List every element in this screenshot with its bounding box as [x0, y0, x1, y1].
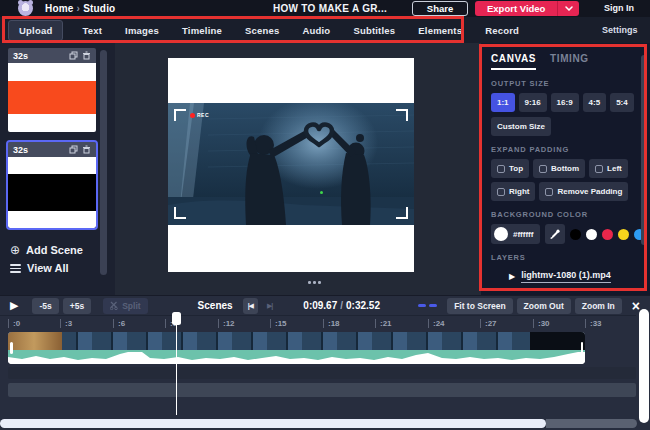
zoom-out-button[interactable]: Zoom Out [517, 298, 571, 314]
tab-images[interactable]: Images [125, 25, 159, 36]
tab-upload[interactable]: Upload [8, 20, 63, 41]
trash-icon[interactable] [82, 51, 91, 60]
tab-canvas[interactable]: CANVAS [491, 53, 536, 70]
selection-corner-icon[interactable] [174, 207, 186, 219]
scene-card-header: 32s [8, 142, 96, 157]
swatch-yellow[interactable] [618, 229, 629, 240]
clip-trim-handle-left[interactable] [10, 342, 13, 354]
duplicate-icon[interactable] [69, 51, 78, 60]
scene-card-header: 32s [8, 48, 96, 63]
color-value-pill[interactable]: #ffffff [491, 224, 540, 244]
swatch-white[interactable] [586, 229, 597, 240]
playhead[interactable] [172, 312, 181, 422]
app-logo-avatar[interactable] [18, 1, 33, 16]
export-dropdown-caret[interactable] [557, 1, 579, 16]
selection-corner-icon[interactable] [174, 109, 186, 121]
timeline-track-3[interactable] [8, 383, 636, 397]
ruler-tick: :27 [480, 319, 497, 328]
selection-corner-icon[interactable] [396, 207, 408, 219]
h-scrollbar-thumb[interactable] [0, 419, 546, 428]
tab-audio[interactable]: Audio [302, 25, 330, 36]
tab-subtitles[interactable]: Subtitles [353, 25, 395, 36]
preview-canvas[interactable]: REC [168, 58, 414, 272]
pad-left-label: Left [607, 164, 622, 173]
swatch-black[interactable] [570, 229, 581, 240]
checkbox-icon [595, 165, 603, 173]
playhead-line [176, 324, 178, 415]
scene-thumb-stripe [8, 63, 96, 81]
scenes-scrollbar[interactable] [100, 50, 107, 275]
play-button[interactable]: ▶ [10, 300, 18, 311]
scene-thumb-stripe [8, 81, 96, 114]
custom-size-button[interactable]: Custom Size [491, 117, 551, 136]
eyedropper-button[interactable] [545, 224, 565, 244]
video-clip[interactable] [8, 332, 585, 364]
timeline-ruler[interactable]: :0 :3 :6 :9 :12 :15 :18 :21 :24 :27 :30 … [0, 315, 636, 330]
tab-text[interactable]: Text [82, 25, 102, 36]
timeline-horizontal-scrollbar[interactable] [0, 419, 637, 428]
rewind-5s-button[interactable]: -5s [32, 298, 58, 314]
tab-timeline[interactable]: Timeline [182, 25, 222, 36]
pad-bottom-checkbox[interactable]: Bottom [533, 159, 585, 178]
ratio-9-16-button[interactable]: 9:16 [519, 93, 547, 112]
timeline-section: ▶ -5s +5s Split Scenes |◀ ▶| 0:09.67/0:3… [0, 295, 650, 430]
remove-padding-checkbox[interactable]: Remove Padding [539, 182, 628, 201]
timeline-track-2[interactable] [8, 367, 636, 379]
skip-next-button[interactable]: ▶| [262, 298, 277, 314]
timeline-vertical-scrollbar[interactable] [639, 309, 649, 423]
ruler-tick: :6 [113, 319, 125, 328]
skip-previous-button[interactable]: |◀ [243, 298, 258, 314]
canvas-padding-bottom[interactable] [168, 225, 414, 272]
ratio-1-1-button[interactable]: 1:1 [491, 93, 515, 112]
project-title[interactable]: HOW TO MAKE A GR... [230, 3, 430, 14]
export-video-button[interactable]: Export Video [475, 1, 579, 16]
export-video-label[interactable]: Export Video [475, 1, 557, 16]
pad-top-checkbox[interactable]: Top [491, 159, 529, 178]
tab-elements[interactable]: Elements [418, 25, 462, 36]
panel-resize-handle[interactable] [308, 281, 321, 284]
scene-card-1[interactable]: 32s [8, 48, 96, 132]
ratio-16-9-button[interactable]: 16:9 [551, 93, 579, 112]
sign-in-link[interactable]: Sign In [604, 3, 634, 13]
breadcrumb[interactable]: Home›Studio [45, 3, 115, 14]
layer-item[interactable]: ▶ lightmv-1080 (1).mp4 [509, 270, 650, 283]
pad-left-checkbox[interactable]: Left [589, 159, 628, 178]
flashlight-led-dot [320, 191, 323, 194]
tab-record[interactable]: Record [485, 25, 519, 36]
scene-thumb-stripe [8, 157, 96, 174]
add-scene-label: Add Scene [26, 244, 83, 256]
scenes-mode-label[interactable]: Scenes [198, 300, 233, 311]
panel-scrollbar[interactable] [641, 55, 647, 245]
ruler-tick: :18 [323, 319, 340, 328]
scene-thumb-stripe [8, 174, 96, 211]
video-preview[interactable]: REC [168, 103, 414, 225]
current-time: 0:09.67 [303, 300, 337, 311]
canvas-padding-top[interactable] [168, 58, 414, 103]
h-scrollbar-track[interactable] [546, 419, 637, 428]
zoom-in-button[interactable]: Zoom In [575, 298, 622, 314]
pad-right-checkbox[interactable]: Right [491, 182, 535, 201]
video-frame-art [168, 103, 414, 225]
zoom-slider-icon[interactable] [418, 304, 437, 307]
current-color-circle [494, 227, 508, 241]
checkbox-icon [545, 188, 553, 196]
ratio-5-4-button[interactable]: 5:4 [610, 93, 634, 112]
tab-scenes[interactable]: Scenes [245, 25, 279, 36]
add-scene-button[interactable]: ⊕ Add Scene [10, 243, 83, 257]
breadcrumb-home[interactable]: Home [45, 3, 74, 14]
split-button[interactable]: Split [103, 298, 147, 314]
swatch-red[interactable] [602, 229, 613, 240]
settings-link[interactable]: Settings [602, 25, 638, 35]
selection-corner-icon[interactable] [396, 109, 408, 121]
ruler-tick: :0 [8, 319, 20, 328]
fit-to-screen-button[interactable]: Fit to Screen [447, 298, 512, 314]
scene-card-2[interactable]: 32s [8, 142, 96, 228]
clip-trim-handle-right[interactable] [581, 342, 584, 354]
duplicate-icon[interactable] [69, 145, 78, 154]
tab-timing[interactable]: TIMING [550, 53, 589, 70]
view-all-button[interactable]: View All [10, 262, 69, 275]
share-button[interactable]: Share [412, 1, 468, 16]
trash-icon[interactable] [82, 145, 91, 154]
forward-5s-button[interactable]: +5s [63, 298, 91, 314]
ratio-4-5-button[interactable]: 4:5 [583, 93, 607, 112]
